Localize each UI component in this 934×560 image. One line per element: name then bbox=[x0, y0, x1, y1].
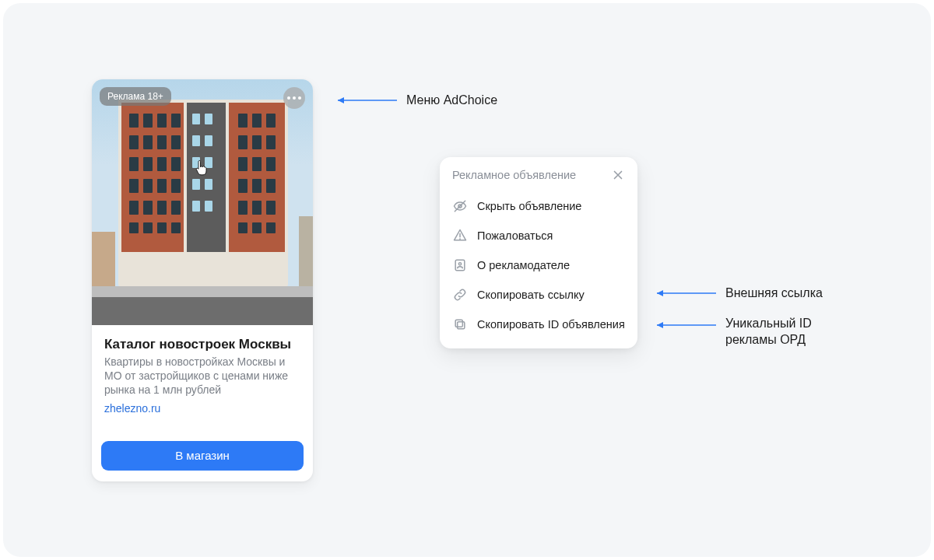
annotation-label: Внешняя ссылка bbox=[725, 286, 823, 300]
ad-more-button[interactable] bbox=[283, 87, 305, 109]
menu-item-copy-link[interactable]: Скопировать ссылку bbox=[440, 280, 637, 310]
menu-item-hide[interactable]: Скрыть объявление bbox=[440, 191, 637, 221]
annotation-external-link: Внешняя ссылка bbox=[648, 286, 823, 300]
canvas: Реклама 18+ Каталог новостроек Москвы Кв… bbox=[3, 3, 931, 557]
ad-cta-button[interactable]: В магазин bbox=[101, 441, 304, 471]
ad-description: Квартиры в новостройках Москвы и МО от з… bbox=[104, 355, 300, 397]
menu-item-label: Пожаловаться bbox=[477, 229, 553, 242]
menu-item-advertiser[interactable]: О рекламодателе bbox=[440, 250, 637, 280]
svg-marker-11 bbox=[657, 322, 663, 328]
svg-marker-9 bbox=[657, 290, 663, 296]
ad-image: Реклама 18+ bbox=[92, 79, 313, 325]
ad-body: Каталог новостроек Москвы Квартиры в нов… bbox=[92, 325, 313, 425]
svg-point-1 bbox=[459, 238, 461, 240]
annotation-unique-id: Уникальный ID рекламы ОРД bbox=[648, 316, 812, 348]
svg-rect-5 bbox=[455, 320, 462, 327]
ad-badge: Реклама 18+ bbox=[100, 87, 171, 106]
link-icon bbox=[452, 287, 468, 303]
annotation-adchoice: Меню AdChoice bbox=[328, 93, 497, 107]
menu-item-report[interactable]: Пожаловаться bbox=[440, 221, 637, 250]
close-icon[interactable] bbox=[611, 168, 625, 182]
menu-title: Рекламное объявление bbox=[452, 169, 576, 181]
ad-title: Каталог новостроек Москвы bbox=[104, 336, 300, 352]
building-illustration bbox=[118, 100, 288, 286]
eye-off-icon bbox=[452, 198, 468, 214]
annotation-label: Уникальный ID рекламы ОРД bbox=[725, 316, 812, 348]
menu-item-label: Скопировать ссылку bbox=[477, 289, 585, 301]
annotation-label: Меню AdChoice bbox=[406, 93, 497, 107]
arrow-icon bbox=[328, 94, 399, 107]
adchoice-menu: Рекламное объявление Скрыть объявление П… bbox=[440, 157, 637, 348]
id-card-icon bbox=[452, 257, 468, 273]
copy-icon bbox=[452, 317, 468, 332]
svg-marker-7 bbox=[338, 97, 344, 103]
arrow-icon bbox=[648, 319, 718, 331]
menu-item-label: Скрыть объявление bbox=[477, 200, 581, 212]
menu-item-copy-id[interactable]: Скопировать ID объявления bbox=[440, 310, 637, 339]
svg-point-3 bbox=[458, 263, 461, 265]
menu-item-label: Скопировать ID объявления bbox=[477, 318, 625, 331]
arrow-icon bbox=[648, 287, 718, 299]
ad-domain-link[interactable]: zhelezno.ru bbox=[104, 402, 300, 415]
svg-rect-4 bbox=[458, 322, 465, 329]
warning-icon bbox=[452, 228, 468, 243]
ad-card[interactable]: Реклама 18+ Каталог новостроек Москвы Кв… bbox=[92, 79, 313, 481]
menu-items: Скрыть объявление Пожаловаться О рекламо… bbox=[440, 190, 637, 339]
cursor-icon bbox=[195, 159, 210, 177]
menu-item-label: О рекламодателе bbox=[477, 259, 570, 271]
